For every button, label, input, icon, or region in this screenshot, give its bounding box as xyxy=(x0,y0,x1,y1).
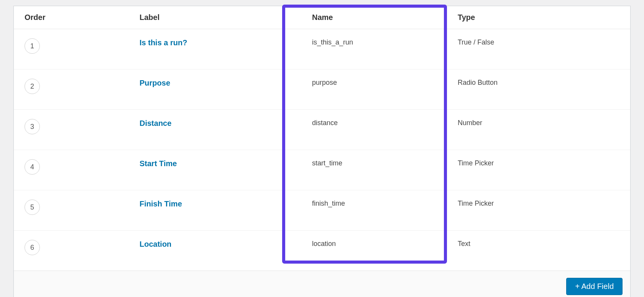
label-cell: Finish Time xyxy=(129,190,301,231)
type-cell: Radio Button xyxy=(447,69,630,110)
order-cell: 4 xyxy=(14,150,129,190)
edit-field-link[interactable]: Purpose xyxy=(140,79,170,87)
label-cell: Location xyxy=(129,231,301,271)
reorder-handle[interactable]: 5 xyxy=(25,200,40,215)
label-cell: Purpose xyxy=(129,69,301,110)
type-cell: True / False xyxy=(447,29,630,69)
table-row[interactable]: 6LocationlocationText xyxy=(14,231,630,271)
name-cell: distance xyxy=(301,110,447,150)
edit-field-link[interactable]: Location xyxy=(140,240,171,248)
table-row[interactable]: 1Is this a run?is_this_a_runTrue / False xyxy=(14,29,630,69)
column-header-order: Order xyxy=(14,6,129,29)
label-cell: Distance xyxy=(129,110,301,150)
type-cell: Time Picker xyxy=(447,150,630,190)
order-cell: 5 xyxy=(14,190,129,231)
order-cell: 2 xyxy=(14,69,129,110)
order-cell: 6 xyxy=(14,231,129,271)
fields-footer: + Add Field xyxy=(14,271,630,297)
fields-table-wrapper: Order Label Name Type 1Is this a run?is_… xyxy=(14,6,630,271)
add-field-button[interactable]: + Add Field xyxy=(566,278,623,295)
type-cell: Time Picker xyxy=(447,190,630,231)
order-cell: 3 xyxy=(14,110,129,150)
field-group-editor: Order Label Name Type 1Is this a run?is_… xyxy=(13,6,631,297)
table-row[interactable]: 3DistancedistanceNumber xyxy=(14,110,630,150)
edit-field-link[interactable]: Finish Time xyxy=(140,200,182,208)
name-cell: location xyxy=(301,231,447,271)
name-cell: start_time xyxy=(301,150,447,190)
name-cell: is_this_a_run xyxy=(301,29,447,69)
reorder-handle[interactable]: 4 xyxy=(25,159,40,175)
fields-table-body: 1Is this a run?is_this_a_runTrue / False… xyxy=(14,29,630,271)
name-cell: finish_time xyxy=(301,190,447,231)
edit-field-link[interactable]: Is this a run? xyxy=(140,38,187,47)
reorder-handle[interactable]: 2 xyxy=(25,79,40,94)
column-header-type: Type xyxy=(447,6,630,29)
type-cell: Text xyxy=(447,231,630,271)
table-row[interactable]: 5Finish Timefinish_timeTime Picker xyxy=(14,190,630,231)
name-cell: purpose xyxy=(301,69,447,110)
reorder-handle[interactable]: 3 xyxy=(25,119,40,134)
edit-field-link[interactable]: Distance xyxy=(140,119,171,127)
fields-table-head: Order Label Name Type xyxy=(14,6,630,29)
table-row[interactable]: 2PurposepurposeRadio Button xyxy=(14,69,630,110)
fields-table: Order Label Name Type 1Is this a run?is_… xyxy=(14,6,630,271)
label-cell: Is this a run? xyxy=(129,29,301,69)
order-cell: 1 xyxy=(14,29,129,69)
edit-field-link[interactable]: Start Time xyxy=(140,159,177,168)
reorder-handle[interactable]: 1 xyxy=(25,38,40,54)
column-header-name: Name xyxy=(301,6,447,29)
type-cell: Number xyxy=(447,110,630,150)
label-cell: Start Time xyxy=(129,150,301,190)
reorder-handle[interactable]: 6 xyxy=(25,240,40,255)
table-row[interactable]: 4Start Timestart_timeTime Picker xyxy=(14,150,630,190)
column-header-label: Label xyxy=(129,6,301,29)
